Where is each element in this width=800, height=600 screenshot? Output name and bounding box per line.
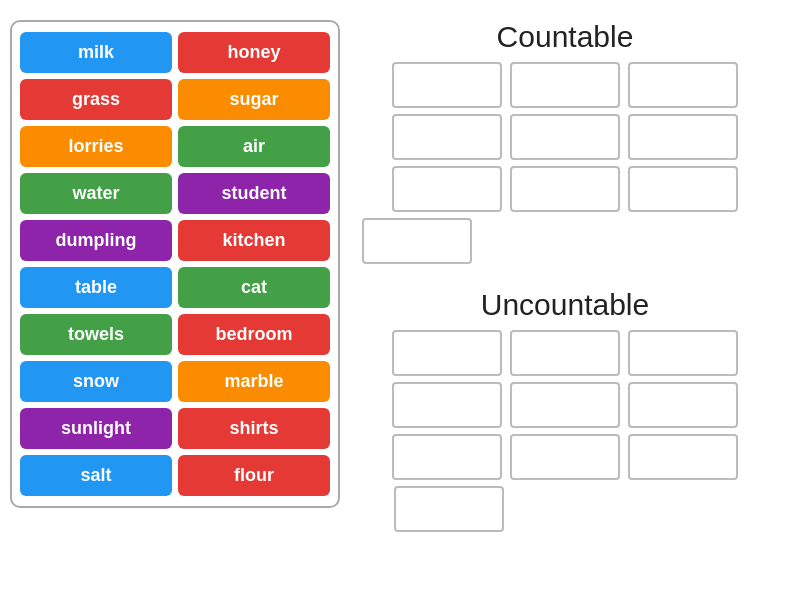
uncountable-cell[interactable] (510, 382, 620, 428)
countable-cell[interactable] (510, 114, 620, 160)
uncountable-grid-row1 (392, 330, 738, 376)
word-tile-water[interactable]: water (20, 173, 172, 214)
word-bank: milkhoneygrasssugarlorriesairwaterstuden… (10, 20, 340, 508)
countable-cell[interactable] (510, 166, 620, 212)
countable-cell[interactable] (392, 62, 502, 108)
uncountable-title: Uncountable (481, 288, 649, 322)
uncountable-cell[interactable] (628, 330, 738, 376)
word-tile-cat[interactable]: cat (178, 267, 330, 308)
word-tile-towels[interactable]: towels (20, 314, 172, 355)
uncountable-cell[interactable] (510, 434, 620, 480)
word-tile-sunlight[interactable]: sunlight (20, 408, 172, 449)
uncountable-grid-row4 (392, 486, 738, 532)
countable-grid-row2 (392, 114, 738, 160)
uncountable-cell[interactable] (510, 330, 620, 376)
uncountable-cell[interactable] (628, 434, 738, 480)
word-tile-bedroom[interactable]: bedroom (178, 314, 330, 355)
word-tile-table[interactable]: table (20, 267, 172, 308)
categories-panel: Countable Uncountable (340, 10, 790, 538)
countable-cell[interactable] (628, 62, 738, 108)
uncountable-cell[interactable] (392, 382, 502, 428)
countable-grid-row1 (392, 62, 738, 108)
word-tile-sugar[interactable]: sugar (178, 79, 330, 120)
countable-title: Countable (497, 20, 634, 54)
countable-cell[interactable] (628, 166, 738, 212)
word-tile-marble[interactable]: marble (178, 361, 330, 402)
word-tile-shirts[interactable]: shirts (178, 408, 330, 449)
word-tile-student[interactable]: student (178, 173, 330, 214)
uncountable-cell[interactable] (628, 382, 738, 428)
countable-cell[interactable] (362, 218, 472, 264)
countable-cell[interactable] (392, 114, 502, 160)
countable-grid-row3 (392, 166, 738, 212)
word-tile-flour[interactable]: flour (178, 455, 330, 496)
uncountable-grid-row3 (392, 434, 738, 480)
word-tile-dumpling[interactable]: dumpling (20, 220, 172, 261)
word-tile-snow[interactable]: snow (20, 361, 172, 402)
countable-grid-row4 (360, 218, 770, 264)
word-tile-air[interactable]: air (178, 126, 330, 167)
uncountable-cell[interactable] (392, 434, 502, 480)
countable-cell[interactable] (510, 62, 620, 108)
uncountable-section: Uncountable (392, 278, 738, 538)
word-tile-honey[interactable]: honey (178, 32, 330, 73)
uncountable-cell[interactable] (394, 486, 504, 532)
uncountable-grid-row2 (392, 382, 738, 428)
word-tile-grass[interactable]: grass (20, 79, 172, 120)
uncountable-cell[interactable] (392, 330, 502, 376)
word-tile-kitchen[interactable]: kitchen (178, 220, 330, 261)
countable-cell[interactable] (392, 166, 502, 212)
countable-cell[interactable] (628, 114, 738, 160)
word-tile-salt[interactable]: salt (20, 455, 172, 496)
word-tile-milk[interactable]: milk (20, 32, 172, 73)
word-tile-lorries[interactable]: lorries (20, 126, 172, 167)
